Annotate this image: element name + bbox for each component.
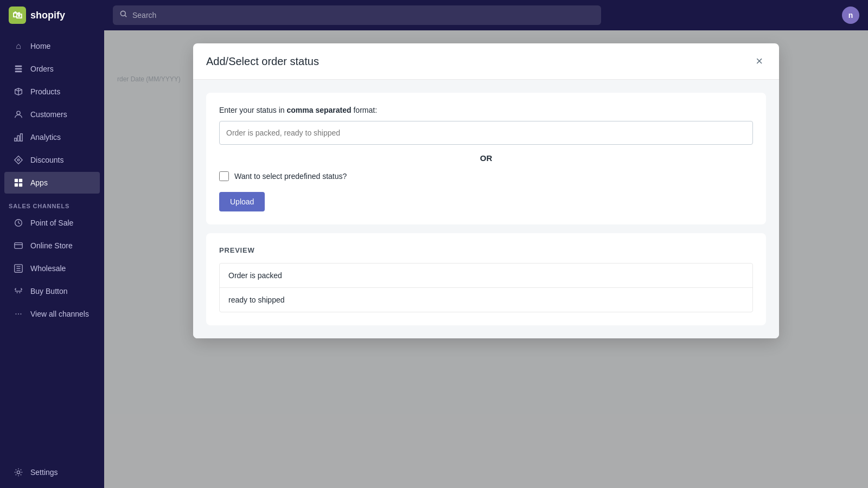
sidebar-item-analytics[interactable]: Analytics: [4, 126, 100, 148]
home-icon: ⌂: [13, 41, 24, 52]
shopify-bag-icon: 🛍: [9, 7, 26, 24]
sidebar: 🛍 shopify ⌂ Home Orders Products Custome…: [0, 0, 104, 488]
upload-button[interactable]: Upload: [219, 192, 265, 211]
add-select-order-status-modal: Add/Select order status × Enter your sta…: [193, 43, 779, 338]
modal-title: Add/Select order status: [206, 55, 319, 68]
search-bar[interactable]: [113, 5, 601, 25]
analytics-icon: [13, 132, 24, 143]
preview-section: PREVIEW Order is packed ready to shipped: [206, 233, 766, 325]
sidebar-item-home[interactable]: ⌂ Home: [4, 35, 100, 57]
svg-point-3: [17, 111, 20, 114]
point-of-sale-icon: [13, 217, 24, 228]
preview-item: ready to shipped: [220, 288, 752, 312]
topbar: n: [104, 0, 868, 30]
modal-header: Add/Select order status ×: [193, 43, 779, 80]
sidebar-item-buy-button[interactable]: Buy Button: [4, 280, 100, 302]
sidebar-item-wholesale[interactable]: Wholesale: [4, 258, 100, 279]
input-label: Enter your status in comma separated for…: [219, 106, 753, 114]
svg-rect-11: [19, 183, 22, 187]
sidebar-item-settings[interactable]: Settings: [4, 461, 100, 483]
modal-overlay: Add/Select order status × Enter your sta…: [104, 30, 868, 488]
status-input[interactable]: [219, 121, 753, 145]
sidebar-item-view-all-channels[interactable]: ··· View all channels: [4, 303, 100, 325]
or-divider: OR: [219, 145, 753, 171]
settings-icon: [13, 467, 24, 478]
svg-point-15: [17, 471, 20, 473]
sidebar-item-point-of-sale[interactable]: Point of Sale: [4, 212, 100, 234]
svg-rect-4: [15, 138, 17, 141]
svg-rect-5: [17, 136, 20, 141]
svg-rect-8: [15, 179, 18, 182]
sales-channels-label: SALES CHANNELS: [0, 194, 104, 211]
svg-rect-13: [15, 243, 22, 249]
modal-body: Enter your status in comma separated for…: [193, 80, 779, 338]
online-store-icon: [13, 240, 24, 251]
sidebar-nav: ⌂ Home Orders Products Customers Analy: [0, 30, 104, 488]
sidebar-item-customers[interactable]: Customers: [4, 104, 100, 125]
predefined-status-row: Want to select predefined status?: [219, 171, 753, 181]
predefined-status-label[interactable]: Want to select predefined status?: [234, 172, 347, 181]
sidebar-item-online-store[interactable]: Online Store: [4, 235, 100, 256]
search-icon: [119, 10, 128, 21]
preview-title: PREVIEW: [219, 246, 753, 254]
preview-list: Order is packed ready to shipped: [219, 263, 753, 312]
svg-point-16: [120, 11, 125, 16]
svg-point-7: [17, 159, 20, 161]
ellipsis-icon: ···: [13, 309, 24, 319]
products-icon: [13, 86, 24, 97]
svg-rect-9: [19, 179, 22, 182]
input-section: Enter your status in comma separated for…: [206, 93, 766, 224]
avatar: n: [842, 7, 859, 24]
preview-item: Order is packed: [220, 264, 752, 288]
svg-rect-1: [15, 68, 22, 70]
modal-close-button[interactable]: ×: [752, 54, 766, 68]
discounts-icon: [13, 155, 24, 165]
orders-icon: [13, 63, 24, 74]
search-input[interactable]: [132, 11, 595, 20]
sidebar-logo-text: shopify: [30, 10, 65, 21]
svg-rect-2: [15, 71, 22, 73]
buy-button-icon: [13, 286, 24, 297]
svg-rect-10: [15, 183, 18, 187]
sidebar-item-apps[interactable]: Apps: [4, 172, 100, 194]
svg-rect-0: [15, 66, 22, 67]
wholesale-icon: [13, 263, 24, 274]
sidebar-item-orders[interactable]: Orders: [4, 58, 100, 80]
apps-icon: [13, 177, 24, 188]
customers-icon: [13, 109, 24, 120]
sidebar-item-products[interactable]: Products: [4, 81, 100, 102]
predefined-status-checkbox[interactable]: [219, 171, 229, 181]
sidebar-logo[interactable]: 🛍 shopify: [0, 0, 104, 30]
svg-rect-6: [21, 134, 23, 142]
sidebar-item-discounts[interactable]: Discounts: [4, 149, 100, 171]
